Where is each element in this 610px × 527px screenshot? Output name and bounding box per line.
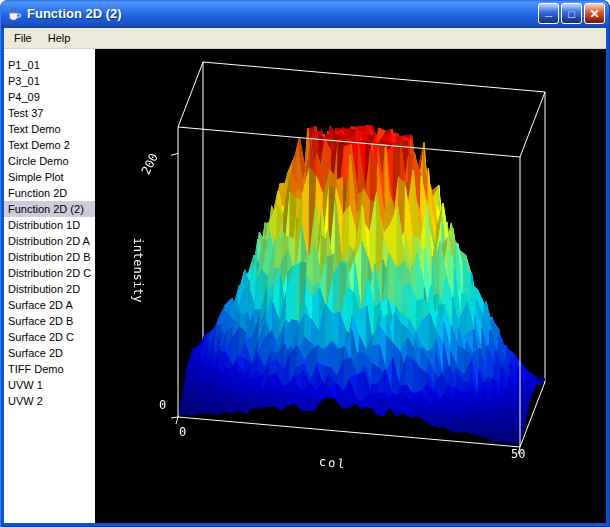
maximize-button[interactable]: □ bbox=[561, 3, 582, 24]
sidebar-item[interactable]: P3_01 bbox=[4, 73, 95, 89]
sidebar-item[interactable]: Text Demo 2 bbox=[4, 137, 95, 153]
main-content: P1_01P3_01P4_09Test 37Text DemoText Demo… bbox=[4, 49, 606, 523]
sidebar-item[interactable]: Distribution 2D bbox=[4, 281, 95, 297]
menu-help[interactable]: Help bbox=[40, 29, 79, 47]
window-title: Function 2D (2) bbox=[27, 6, 533, 21]
minimize-icon: _ bbox=[545, 4, 552, 18]
sidebar-item[interactable]: UVW 1 bbox=[4, 377, 95, 393]
plot-area: 200 intensity 0 0 col 50 bbox=[95, 49, 606, 523]
sidebar-item[interactable]: Surface 2D C bbox=[4, 329, 95, 345]
sidebar-item[interactable]: Test 37 bbox=[4, 105, 95, 121]
minimize-button[interactable]: _ bbox=[538, 3, 559, 24]
menu-file[interactable]: File bbox=[6, 29, 40, 47]
sidebar-item[interactable]: Circle Demo bbox=[4, 153, 95, 169]
sidebar-item[interactable]: Text Demo bbox=[4, 121, 95, 137]
sidebar-item[interactable]: Surface 2D A bbox=[4, 297, 95, 313]
sidebar-item[interactable]: Surface 2D bbox=[4, 345, 95, 361]
titlebar[interactable]: Function 2D (2) _ □ ✕ bbox=[0, 0, 610, 28]
surface-plot-canvas[interactable] bbox=[95, 49, 606, 523]
window-controls: _ □ ✕ bbox=[538, 3, 605, 24]
sidebar-item[interactable]: Distribution 2D A bbox=[4, 233, 95, 249]
sidebar-item[interactable]: Function 2D bbox=[4, 185, 95, 201]
java-app-icon bbox=[6, 6, 22, 22]
plot-list: P1_01P3_01P4_09Test 37Text DemoText Demo… bbox=[4, 49, 95, 523]
app-window: Function 2D (2) _ □ ✕ File Help P1_01P3_… bbox=[0, 0, 610, 527]
sidebar-item[interactable]: Surface 2D B bbox=[4, 313, 95, 329]
close-icon: ✕ bbox=[589, 7, 599, 21]
menu-bar: File Help bbox=[4, 28, 606, 49]
sidebar-item[interactable]: TIFF Demo bbox=[4, 361, 95, 377]
close-button[interactable]: ✕ bbox=[584, 3, 605, 24]
maximize-icon: □ bbox=[568, 8, 575, 20]
sidebar-item[interactable]: P1_01 bbox=[4, 57, 95, 73]
sidebar-item[interactable]: Distribution 2D B bbox=[4, 249, 95, 265]
sidebar-item[interactable]: Simple Plot bbox=[4, 169, 95, 185]
sidebar-item[interactable]: Distribution 1D bbox=[4, 217, 95, 233]
sidebar-item[interactable]: Function 2D (2) bbox=[4, 201, 95, 217]
sidebar-item[interactable]: UVW 2 bbox=[4, 393, 95, 409]
sidebar-item[interactable]: Distribution 2D C bbox=[4, 265, 95, 281]
sidebar-item[interactable]: P4_09 bbox=[4, 89, 95, 105]
